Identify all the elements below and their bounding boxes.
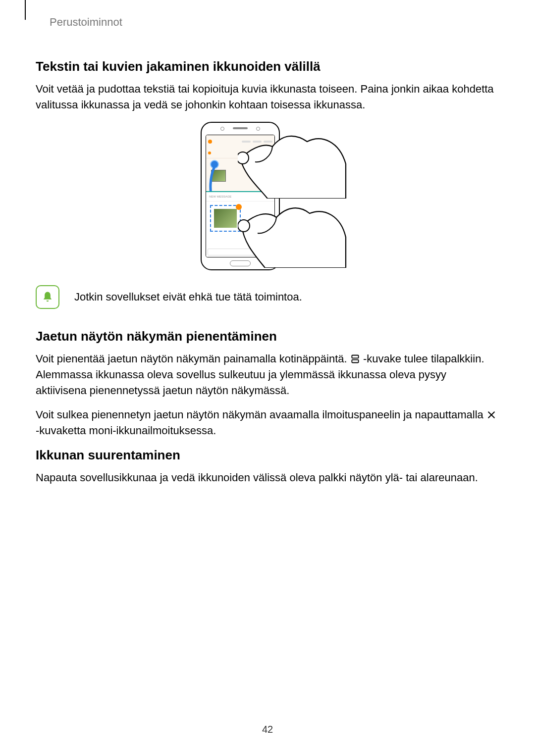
- hand-bottom-drop: [238, 199, 347, 268]
- para-minimize-2a: Voit sulkea pienennetyn jaetun näytön nä…: [36, 408, 486, 421]
- para-minimize-1a: Voit pienentää jaetun näytön näkymän pai…: [36, 353, 350, 365]
- para-maximize: Napauta sovellusikkunaa ja vedä ikkunoid…: [36, 470, 499, 486]
- para-share-description: Voit vetää ja pudottaa tekstiä tai kopio…: [36, 81, 499, 113]
- drop-target: [210, 205, 241, 232]
- split-screen-icon: [350, 353, 360, 362]
- para-minimize-2b: -kuvaketta moni-ikkunailmoituksessa.: [36, 424, 216, 437]
- svg-rect-3: [352, 359, 358, 362]
- heading-share-between-windows: Tekstin tai kuvien jakaminen ikkunoiden …: [36, 59, 499, 74]
- header-section-title: Perustoiminnot: [50, 16, 122, 29]
- hand-top-drag: [238, 129, 347, 199]
- new-message-label: NEW MESSAGE: [209, 195, 231, 198]
- para-minimize-2: Voit sulkea pienennetyn jaetun näytön nä…: [36, 407, 499, 439]
- note-block: Jotkin sovellukset eivät ehkä tue tätä t…: [36, 285, 499, 309]
- page-number: 42: [0, 724, 535, 735]
- para-minimize-1: Voit pienentää jaetun näytön näkymän pai…: [36, 351, 499, 399]
- close-x-icon: [486, 408, 496, 418]
- heading-minimize-splitview: Jaetun näytön näkymän pienentäminen: [36, 329, 499, 344]
- svg-point-1: [238, 220, 250, 232]
- svg-rect-2: [352, 355, 358, 358]
- notice-bell-icon: [36, 285, 59, 309]
- figure-drag-drop-illustration: NEW MESSAGE ⋯: [36, 122, 499, 270]
- svg-point-0: [238, 152, 249, 164]
- heading-maximize-window: Ikkunan suurentaminen: [36, 448, 499, 463]
- note-text: Jotkin sovellukset eivät ehkä tue tätä t…: [74, 289, 302, 305]
